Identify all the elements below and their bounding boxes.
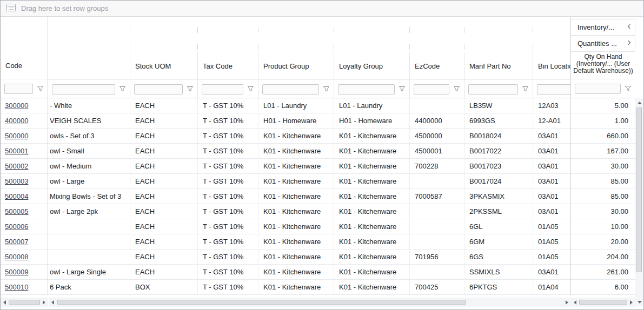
code-link[interactable]: 500008: [5, 253, 28, 261]
vertical-scroll-thumb[interactable]: [636, 107, 642, 272]
bin_location-filter-input[interactable]: [537, 84, 570, 95]
column-header-manf_part_no[interactable]: Manf Part No: [464, 52, 533, 80]
column-header-loyalty_group[interactable]: Loyalty Group: [334, 52, 410, 80]
code-link[interactable]: 500003: [5, 177, 28, 185]
table-row[interactable]: - WhiteEACHT - GST 10%L01 - LaundryL01 -…: [48, 98, 570, 113]
scroll-track[interactable]: [579, 298, 627, 307]
scroll-left-arrow[interactable]: [49, 298, 57, 307]
column-header-qty-on-hand[interactable]: Qty On Hand (Inventory/... (User Default…: [571, 52, 635, 80]
filter-funnel-icon[interactable]: [187, 86, 194, 92]
table-row[interactable]: 500004: [1, 189, 48, 204]
column-header-code[interactable]: Code: [1, 52, 48, 80]
table-row[interactable]: 20.00: [571, 234, 635, 250]
table-row[interactable]: owl - MediumEACHT - GST 10%K01 - Kitchen…: [48, 159, 570, 174]
horizontal-scroll-thumb[interactable]: [9, 300, 40, 305]
table-row[interactable]: 500000: [1, 129, 48, 144]
table-row[interactable]: 167.00: [571, 144, 635, 159]
filter-funnel-icon[interactable]: [119, 86, 126, 92]
table-row[interactable]: owl - Large 2pkEACHT - GST 10%K01 - Kitc…: [48, 204, 570, 219]
table-row[interactable]: 85.00: [571, 174, 635, 189]
table-row[interactable]: 500010: [1, 280, 48, 295]
code-link[interactable]: 500009: [5, 268, 28, 276]
column-header-tax_code[interactable]: Tax Code: [198, 52, 258, 80]
code-link[interactable]: 500002: [5, 162, 28, 170]
table-row[interactable]: 500006: [1, 219, 48, 234]
header-group-quantities[interactable]: Quantities ...: [571, 35, 635, 52]
table-row[interactable]: owl - SmallEACHT - GST 10%K01 - Kitchenw…: [48, 144, 570, 159]
table-row[interactable]: 30.00: [571, 159, 635, 174]
table-row[interactable]: VEIGH SCALESEACHT - GST 10%H01 - Homewar…: [48, 113, 570, 129]
scroll-track[interactable]: [9, 298, 40, 307]
table-row[interactable]: 400000: [1, 113, 48, 129]
manf_part_no-filter-input[interactable]: [468, 84, 518, 95]
header-group-inventory[interactable]: Inventory/...: [571, 19, 635, 36]
code-link[interactable]: 500001: [5, 147, 28, 155]
column-header-stock_uom[interactable]: Stock UOM: [130, 52, 198, 80]
table-row[interactable]: 500009: [1, 265, 48, 280]
scroll-left-arrow[interactable]: [1, 298, 9, 307]
table-row[interactable]: EACHT - GST 10%K01 - KitchenwareK01 - Ki…: [48, 234, 570, 250]
stock_uom-filter-input[interactable]: [134, 84, 183, 95]
pinned-left-horizontal-scrollbar[interactable]: [1, 298, 48, 307]
row-group-panel[interactable]: Drag here to set row groups: [1, 1, 643, 17]
table-row[interactable]: 500005: [1, 204, 48, 219]
chevron-left-icon[interactable]: [627, 23, 632, 31]
filter-funnel-icon[interactable]: [399, 86, 406, 92]
table-row[interactable]: 660.00: [571, 129, 635, 144]
code-link[interactable]: 400000: [5, 117, 28, 125]
filter-funnel-icon[interactable]: [37, 85, 44, 92]
code-filter-input[interactable]: [4, 84, 33, 94]
table-row[interactable]: 500003: [1, 174, 48, 189]
code-link[interactable]: 300000: [5, 102, 28, 110]
pinned-right-horizontal-scrollbar[interactable]: [571, 298, 635, 307]
filter-funnel-icon[interactable]: [522, 86, 529, 92]
code-link[interactable]: 500010: [5, 283, 28, 291]
filter-funnel-icon[interactable]: [625, 85, 632, 92]
table-row[interactable]: 300000: [1, 98, 48, 113]
code-link[interactable]: 500005: [5, 207, 28, 215]
chevron-right-icon[interactable]: [627, 39, 632, 48]
column-header-description[interactable]: [48, 52, 130, 80]
table-row[interactable]: 500001: [1, 144, 48, 159]
filter-funnel-icon[interactable]: [247, 86, 254, 92]
tax_code-filter-input[interactable]: [202, 84, 243, 95]
table-row[interactable]: 261.00: [571, 265, 635, 280]
table-row[interactable]: 10.00: [571, 219, 635, 234]
horizontal-scroll-thumb[interactable]: [57, 300, 466, 305]
table-row[interactable]: owl - LargeEACHT - GST 10%K01 - Kitchenw…: [48, 174, 570, 189]
table-row[interactable]: Mixing Bowls - Set of 3EACHT - GST 10%K0…: [48, 189, 570, 204]
center-horizontal-scrollbar[interactable]: [49, 298, 571, 307]
table-row[interactable]: 6.00: [571, 280, 635, 295]
scroll-track[interactable]: [57, 298, 563, 307]
filter-funnel-icon[interactable]: [453, 86, 460, 92]
code-link[interactable]: 500007: [5, 238, 28, 246]
code-link[interactable]: 500004: [5, 192, 28, 200]
code-link[interactable]: 500000: [5, 132, 28, 140]
scroll-up-arrow[interactable]: [635, 99, 643, 107]
filter-funnel-icon[interactable]: [323, 86, 330, 92]
scroll-right-arrow[interactable]: [627, 298, 635, 307]
scroll-right-arrow[interactable]: [40, 298, 48, 307]
column-header-product_group[interactable]: Product Group: [258, 52, 334, 80]
table-row[interactable]: 5.00: [571, 98, 635, 113]
column-header-ezcode[interactable]: EzCode: [410, 52, 464, 80]
scroll-down-arrow[interactable]: [635, 298, 643, 306]
table-row[interactable]: 1.00: [571, 113, 635, 129]
column-header-bin_location[interactable]: Bin Location: [533, 52, 570, 80]
table-row[interactable]: owls - Set of 3EACHT - GST 10%K01 - Kitc…: [48, 129, 570, 144]
table-row[interactable]: 204.00: [571, 250, 635, 265]
table-row[interactable]: 500002: [1, 159, 48, 174]
scroll-left-arrow[interactable]: [571, 298, 579, 307]
loyalty_group-filter-input[interactable]: [338, 84, 395, 95]
ezcode-filter-input[interactable]: [414, 84, 449, 95]
table-row[interactable]: owl - Large SingleEACHT - GST 10%K01 - K…: [48, 265, 570, 280]
product_group-filter-input[interactable]: [262, 84, 319, 95]
code-link[interactable]: 500006: [5, 223, 28, 231]
table-row[interactable]: 30.00: [571, 204, 635, 219]
table-row[interactable]: 6 PackBOXT - GST 10%K01 - KitchenwareK01…: [48, 280, 570, 295]
table-row[interactable]: EACHT - GST 10%K01 - KitchenwareK01 - Ki…: [48, 250, 570, 265]
horizontal-scroll-thumb[interactable]: [579, 300, 627, 305]
table-row[interactable]: 500007: [1, 234, 48, 250]
qty-on-hand-filter-input[interactable]: [575, 84, 621, 94]
scroll-right-arrow[interactable]: [563, 298, 571, 307]
